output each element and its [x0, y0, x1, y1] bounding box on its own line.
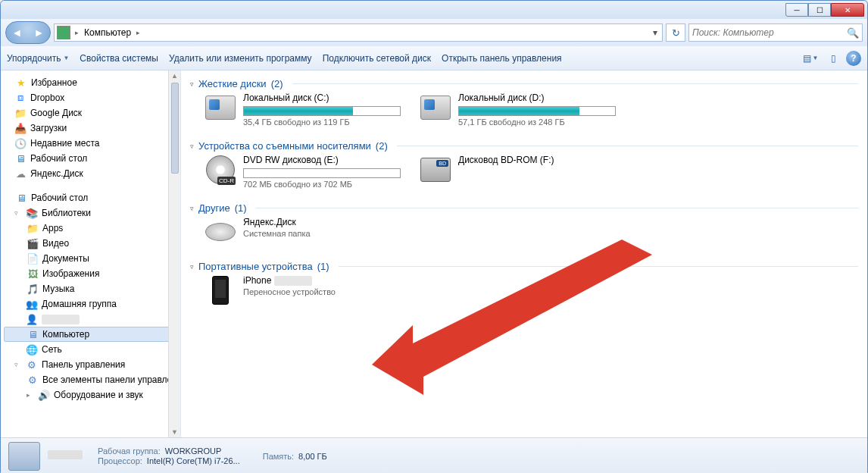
group-portable: ▿Портативные устройства (1) iPhone Перен…: [190, 258, 858, 305]
sidebar-item-label: Музыка: [42, 283, 74, 294]
sidebar-item-label: Apps: [42, 223, 63, 233]
drive-iphone[interactable]: iPhone Переносное устройство: [204, 275, 401, 305]
cpu-label: Процессор:: [98, 456, 142, 465]
search-box[interactable]: 🔍: [688, 23, 863, 42]
back-button[interactable]: ◄: [6, 27, 28, 39]
group-other: ▿Другие (1) Яндекс.Диск Системная папка: [190, 199, 858, 247]
drive-yandex[interactable]: Яндекс.Диск Системная папка: [204, 217, 401, 247]
sidebar-controlpanel[interactable]: ▿⚙Панель управления: [1, 357, 180, 372]
address-bar[interactable]: ▸ Компьютер ▸ ▾: [54, 23, 663, 42]
sidebar-item-yandex[interactable]: ☁Яндекс.Диск: [1, 166, 180, 181]
sidebar-cp-hw[interactable]: ▸🔊Оборудование и звук: [1, 387, 180, 403]
sidebar-item-gdrive[interactable]: 📁Google Диск: [1, 105, 180, 121]
network-icon: 🌐: [26, 343, 38, 356]
sidebar-item-downloads[interactable]: 📥Загрузки: [1, 121, 180, 136]
sidebar-lib-docs[interactable]: 📄Документы: [1, 251, 180, 266]
sidebar-item-desktop[interactable]: 🖥Рабочий стол: [1, 151, 180, 166]
sidebar-computer[interactable]: 🖥Компьютер: [4, 327, 177, 342]
chevron-down-icon: ▼: [63, 55, 69, 61]
sidebar-lib-images[interactable]: 🖼Изображения: [1, 266, 180, 281]
minimize-button[interactable]: ─: [785, 3, 808, 17]
hardware-icon: 🔊: [38, 389, 50, 401]
divider: [292, 83, 858, 84]
drive-c[interactable]: Локальный диск (C:) 35,4 ГБ свободно из …: [204, 92, 401, 127]
libraries-label: Библиотеки: [42, 208, 91, 218]
iphone-icon: [204, 275, 237, 305]
sidebar-user[interactable]: 👤: [1, 312, 180, 327]
chevron-down-icon[interactable]: ▿: [14, 361, 22, 368]
group-count: (2): [376, 140, 388, 152]
sidebar-lib-video[interactable]: 🎬Видео: [1, 236, 180, 251]
drive-label: DVD RW дисковод (E:): [243, 155, 401, 167]
address-history-dropdown[interactable]: ▾: [648, 27, 662, 38]
group-count: (2): [271, 78, 283, 89]
sidebar-item-label: Рабочий стол: [30, 153, 87, 164]
sidebar-item-dropbox[interactable]: ⧈Dropbox: [1, 90, 180, 105]
sidebar-network[interactable]: 🌐Сеть: [1, 342, 180, 357]
group-header[interactable]: ▿Другие (1): [190, 199, 858, 217]
group-header[interactable]: ▿Портативные устройства (1): [190, 258, 858, 275]
titlebar: ─ ☐ ✕: [1, 1, 867, 19]
cloud-icon: ☁: [14, 168, 27, 180]
group-header[interactable]: ▿Жесткие диски (2): [190, 75, 858, 92]
search-input[interactable]: [692, 27, 847, 38]
iphone-name-blurred: [274, 276, 312, 286]
sidebar-favorites[interactable]: ★Избранное: [1, 75, 180, 90]
search-icon: 🔍: [847, 27, 859, 39]
close-button[interactable]: ✕: [831, 3, 864, 17]
sidebar-item-label: Dropbox: [30, 92, 64, 103]
status-details: Память:8,00 ГБ: [263, 452, 327, 461]
chevron-down-icon[interactable]: ▿: [14, 209, 22, 217]
view-options-button[interactable]: ▤ ▼: [801, 50, 820, 67]
group-hard-drives: ▿Жесткие диски (2) Локальный диск (C:) 3…: [190, 75, 858, 127]
sidebar-item-recent[interactable]: 🕓Недавние места: [1, 136, 180, 151]
organize-menu[interactable]: Упорядочить▼: [7, 53, 69, 64]
group-header[interactable]: ▿Устройства со съемными носителями (2): [190, 137, 858, 155]
navbar: ◄ ► ▸ Компьютер ▸ ▾ ↻ 🔍: [1, 19, 867, 46]
group-title: Жесткие диски: [198, 78, 267, 89]
breadcrumb-computer[interactable]: Компьютер: [81, 27, 134, 38]
workgroup-label: Рабочая группа:: [98, 446, 161, 456]
divider: [256, 208, 858, 208]
chevron-down-icon: ▿: [190, 143, 194, 150]
sidebar-lib-apps[interactable]: 📁Apps: [1, 221, 180, 236]
scrollbar-thumb[interactable]: [171, 83, 179, 174]
folder-icon: 📁: [14, 107, 27, 119]
chevron-right-icon[interactable]: ▸: [27, 391, 34, 399]
document-icon: 📄: [27, 252, 39, 265]
drive-d[interactable]: Локальный диск (D:) 57,1 ГБ свободно из …: [419, 92, 616, 127]
forward-button[interactable]: ►: [28, 27, 50, 39]
refresh-button[interactable]: ↻: [666, 23, 685, 42]
drive-freespace: 702 МБ свободно из 702 МБ: [243, 180, 401, 189]
badge: BD: [436, 160, 448, 167]
chevron-down-icon: ▿: [190, 205, 194, 212]
group-title: Другие: [198, 202, 230, 214]
sidebar-desktop-root[interactable]: 🖥Рабочий стол: [1, 190, 180, 205]
drive-e[interactable]: CD-R DVD RW дисковод (E:) 702 МБ свободн…: [204, 155, 401, 189]
sidebar-item-label: Видео: [42, 238, 69, 249]
dropbox-icon: ⧈: [14, 92, 27, 104]
details-pane: Рабочая группа:WORKGROUP Процессор:Intel…: [1, 437, 867, 473]
user-icon: 👤: [26, 313, 38, 325]
drive-freespace: 35,4 ГБ свободно из 119 ГБ: [243, 117, 401, 127]
map-drive-button[interactable]: Подключить сетевой диск: [323, 53, 431, 64]
preview-pane-button[interactable]: ▯: [823, 50, 843, 67]
help-button[interactable]: ?: [846, 51, 861, 66]
drive-freespace: 57,1 ГБ свободно из 248 ГБ: [458, 117, 616, 127]
sidebar-scrollbar[interactable]: [168, 70, 180, 437]
status-details: Рабочая группа:WORKGROUP Процессор:Intel…: [98, 446, 240, 465]
chevron-down-icon: ▼: [813, 55, 819, 61]
sidebar-lib-music[interactable]: 🎵Музыка: [1, 281, 180, 296]
drive-f[interactable]: BD Дисковод BD-ROM (F:): [419, 155, 616, 189]
open-controlpanel-button[interactable]: Открыть панель управления: [442, 53, 562, 64]
system-properties-button[interactable]: Свойства системы: [80, 53, 158, 64]
bd-icon: BD: [419, 155, 452, 185]
divider: [339, 266, 858, 267]
sidebar-homegroup[interactable]: 👥Домашняя группа: [1, 296, 180, 312]
sidebar-cp-all[interactable]: ⚙Все элементы панели управле: [1, 372, 180, 387]
explorer-window: ─ ☐ ✕ ◄ ► ▸ Компьютер ▸ ▾ ↻ 🔍 Упорядочит…: [0, 0, 868, 473]
uninstall-program-button[interactable]: Удалить или изменить программу: [169, 53, 312, 64]
maximize-button[interactable]: ☐: [808, 3, 831, 17]
group-count: (1): [235, 202, 247, 214]
sidebar-libraries[interactable]: ▿📚Библиотеки: [1, 205, 180, 221]
